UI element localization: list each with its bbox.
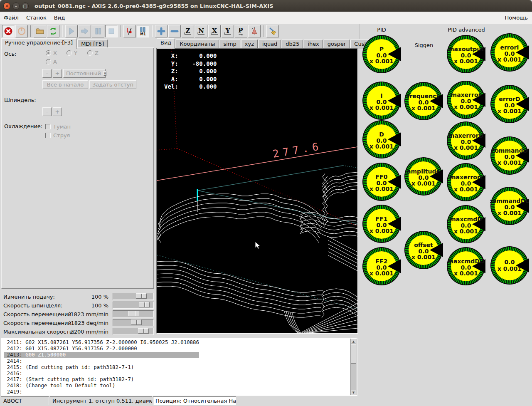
scroll-up-icon[interactable]: ▲ [351, 339, 356, 344]
dial-amplitude[interactable]: amplitude0.0x 0.001 [404, 157, 443, 196]
gcode-listing[interactable]: 2411: G02 X15.087261 Y56.917356 Z-2.0000… [1, 338, 357, 396]
titlebar[interactable]: ✕ – ▢ output_0081.ngc - AXIS 2.6.0-pre0-… [0, 0, 532, 12]
rotate-button[interactable] [248, 25, 261, 37]
preview-tabs: ВидКоординатыsimpxyziquaddb25ihexgosperC… [157, 38, 379, 49]
radio-icon [46, 59, 51, 64]
clear-plot-button[interactable] [266, 25, 279, 37]
slider-thumb[interactable] [139, 302, 150, 307]
dial-maxoutput[interactable]: maxoutput0.0x 0.001 [446, 35, 485, 74]
gcode-line[interactable]: 2418: (Change tool to Default tool) [4, 383, 199, 389]
run-button[interactable] [65, 25, 78, 37]
axis-radio-a[interactable]: A [46, 59, 57, 65]
stop-button[interactable] [105, 25, 118, 37]
tab-iquad[interactable]: iquad [259, 40, 281, 49]
tab-ihex[interactable]: ihex [304, 40, 323, 49]
touch-off-button[interactable]: Задать отступ [89, 80, 136, 89]
power-button[interactable] [15, 25, 28, 37]
menu-item-1[interactable]: Станок [22, 15, 50, 21]
jog-mode-select[interactable]: Постоянный ▼ [63, 69, 106, 78]
gcode-line[interactable]: 2411: G02 X15.087261 Y56.917356 Z-2.0000… [4, 339, 199, 346]
gcode-line[interactable]: 2419: [4, 389, 199, 395]
stop-icon [107, 27, 116, 36]
pause-button[interactable] [92, 25, 104, 37]
jog-plus-button[interactable]: + [53, 69, 62, 78]
menu-item-2[interactable]: Вид [50, 15, 69, 21]
line-number: 2415: [4, 364, 22, 370]
slider-thumb[interactable] [138, 328, 149, 334]
dial-maxerrorD[interactable]: maxerrorD0.0x 0.001 [446, 121, 485, 160]
menu-item-0[interactable]: Файл [0, 15, 22, 21]
view-y-button[interactable]: Y [222, 25, 234, 37]
dial-errorD[interactable]: errorD0.0x 0.001 [490, 84, 529, 124]
dial-errorI[interactable]: errorI0.0x 0.001 [490, 33, 529, 72]
axis-radio-z[interactable]: Z [87, 50, 99, 56]
svg-text:I: I [380, 92, 382, 99]
dial-unnamed[interactable]: 0.0x 0.001 [490, 246, 529, 285]
axis-radio-x[interactable]: X [46, 50, 57, 56]
dial-P[interactable]: P0.0x 0.001 [362, 35, 401, 74]
close-button[interactable]: ✕ [3, 2, 10, 10]
home-all-button[interactable]: Все в начало [42, 80, 88, 89]
tab-gosper[interactable]: gosper [324, 40, 350, 49]
tab-xyz[interactable]: xyz [241, 40, 258, 49]
gcode-line[interactable]: 2414: [4, 358, 199, 364]
override-slider[interactable] [113, 293, 154, 300]
dial-commandD[interactable]: commandD0.0x 0.001 [490, 136, 529, 175]
view-x-button[interactable]: X [208, 25, 221, 37]
scroll-down-icon[interactable]: ▼ [351, 390, 356, 395]
dial-FF0[interactable]: FF00.0x 0.001 [362, 162, 401, 201]
override-slider[interactable] [113, 328, 154, 335]
slider-thumb[interactable] [128, 311, 139, 316]
override-slider[interactable] [113, 310, 154, 317]
tab-координаты[interactable]: Координаты [176, 40, 219, 49]
slider-thumb[interactable] [136, 293, 147, 299]
dial-FF2[interactable]: FF20.0x 0.001 [362, 247, 401, 286]
zoom-out-button[interactable] [168, 25, 181, 37]
tab-manual-control[interactable]: Ручное управление·[F3] [1, 38, 76, 49]
gcode-line[interactable]: 2415: (End cutting path id: path3182-7-1… [4, 364, 199, 371]
svg-text:x 0.001: x 0.001 [498, 210, 522, 216]
gcode-line[interactable]: 2417: (Start cutting path id: path3182-7… [4, 376, 199, 383]
dial-FF1[interactable]: FF10.0x 0.001 [362, 204, 401, 243]
gcode-line[interactable]: 2416: [4, 371, 199, 377]
dial-maxerrorI[interactable]: maxerrorI0.0x 0.001 [446, 163, 485, 202]
dial-commandDD[interactable]: commandDD0.0x 0.001 [490, 186, 529, 225]
menu-help[interactable]: Помощь [501, 15, 532, 21]
slider-thumb[interactable] [131, 319, 142, 325]
dial-maxerror[interactable]: maxerror0.0x 0.001 [446, 80, 485, 119]
gcode-line[interactable]: 2412: G01 X15.087261 Y56.917356 Z-2.0000… [4, 346, 199, 352]
dial-maxcmdDD[interactable]: maxcmdDD0.0x 0.001 [446, 247, 485, 286]
scrollbar-thumb[interactable] [351, 344, 356, 364]
mist-checkbox[interactable]: Туман [45, 124, 71, 130]
override-slider[interactable] [113, 302, 154, 309]
spindle-minus-button[interactable]: - [42, 107, 52, 116]
jog-minus-button[interactable]: - [42, 69, 52, 78]
flood-checkbox[interactable]: Струя [45, 132, 70, 139]
gcode-line-highlighted[interactable]: 2413: G00 Z1.500000 [4, 352, 199, 358]
preview-canvas[interactable]: 277.6 X: 0.000 Y: -80.000 Z: 0.000 A: 0.… [156, 48, 358, 334]
optional-pause-button[interactable]: M1 [137, 25, 149, 37]
dial-I[interactable]: I0.0x 0.001 [362, 81, 401, 120]
gcode-scrollbar[interactable]: ▲ ▼ [350, 339, 357, 395]
estop-button[interactable] [2, 25, 15, 37]
block-delete-button[interactable] [123, 25, 136, 37]
view-z2-button[interactable]: N [195, 25, 207, 37]
override-slider[interactable] [113, 319, 154, 326]
reload-button[interactable] [47, 25, 59, 37]
axis-radio-y[interactable]: Y [66, 50, 77, 56]
maximize-button[interactable]: ▢ [22, 2, 29, 10]
open-button[interactable] [34, 25, 46, 37]
step-button[interactable] [79, 25, 91, 37]
view-z-button[interactable]: Z [182, 25, 194, 37]
tab-db25[interactable]: db25 [282, 40, 303, 49]
zoom-in-button[interactable] [155, 25, 167, 37]
tab-вид[interactable]: Вид [157, 38, 175, 49]
tab-simp[interactable]: simp [220, 40, 240, 49]
minimize-button[interactable]: – [12, 2, 20, 10]
dial-offset[interactable]: offset0.0x 0.001 [404, 230, 443, 270]
view-p-button[interactable]: P [235, 25, 247, 37]
spindle-plus-button[interactable]: + [53, 107, 62, 116]
dial-maxcmdD[interactable]: maxcmdD0.0x 0.001 [446, 205, 485, 244]
dial-D[interactable]: D0.0x 0.001 [362, 120, 401, 159]
dial-frequency[interactable]: frequency0.0x 0.001 [404, 82, 443, 121]
